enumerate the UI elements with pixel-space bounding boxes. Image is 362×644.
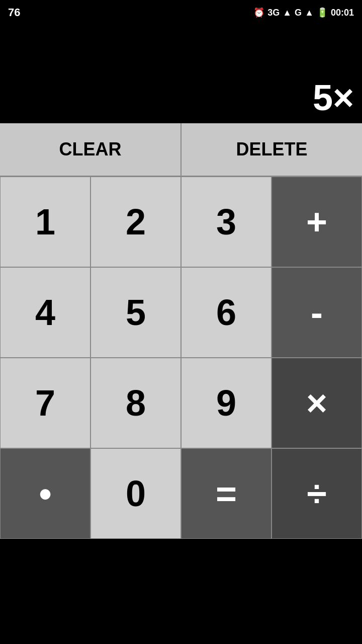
clear-button[interactable]: CLEAR: [0, 123, 182, 176]
button-divide[interactable]: ÷: [272, 448, 362, 539]
signal-triangle: ▲: [283, 8, 292, 18]
button-multiply[interactable]: ×: [272, 358, 362, 448]
button-2[interactable]: 2: [90, 177, 181, 267]
time-display: 00:01: [331, 8, 354, 18]
button-8[interactable]: 8: [90, 358, 181, 448]
button-6[interactable]: 6: [181, 267, 272, 358]
button-dot[interactable]: •: [0, 448, 90, 539]
calculator: CLEAR DELETE 1 2 3 + 4 5 6 - 7 8 9 × • 0…: [0, 123, 362, 539]
alarm-icon: ⏰: [253, 7, 264, 18]
button-equals[interactable]: =: [181, 448, 272, 539]
top-row: CLEAR DELETE: [0, 123, 362, 177]
status-right: ⏰ 3G ▲ G ▲ 🔋 00:01: [253, 7, 354, 18]
button-minus[interactable]: -: [272, 267, 362, 358]
button-5[interactable]: 5: [90, 267, 181, 358]
button-0[interactable]: 0: [90, 448, 181, 539]
button-4[interactable]: 4: [0, 267, 90, 358]
signal-strength: 76: [8, 6, 20, 19]
button-3[interactable]: 3: [181, 177, 272, 267]
button-1[interactable]: 1: [0, 177, 90, 267]
network-g: G: [295, 8, 302, 18]
number-grid: 1 2 3 + 4 5 6 - 7 8 9 × • 0 = ÷: [0, 177, 362, 539]
button-9[interactable]: 9: [181, 358, 272, 448]
status-bar: 76 ⏰ 3G ▲ G ▲ 🔋 00:01: [0, 0, 362, 25]
battery-icon: 🔋: [317, 7, 328, 18]
delete-button[interactable]: DELETE: [182, 123, 362, 176]
button-7[interactable]: 7: [0, 358, 90, 448]
network-3g: 3G: [267, 8, 280, 18]
display-value: 5×: [313, 77, 354, 118]
display-area: 5×: [0, 25, 362, 123]
bottom-area: [0, 539, 362, 644]
signal-triangle2: ▲: [305, 8, 314, 18]
button-plus[interactable]: +: [272, 177, 362, 267]
